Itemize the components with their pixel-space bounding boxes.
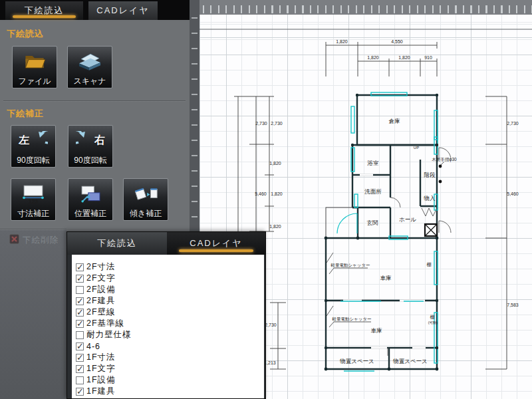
tab-label: CADレイヤ bbox=[96, 5, 149, 17]
layer-row[interactable]: 耐力壁仕様 bbox=[76, 329, 264, 340]
layer-checkbox[interactable] bbox=[76, 354, 84, 362]
tilt-correct-icon bbox=[124, 179, 168, 209]
shutter-label: 軽量電動シャッター bbox=[332, 317, 371, 321]
room-label: 物置スペース bbox=[392, 358, 428, 364]
layer-label: 2F壁線 bbox=[86, 307, 116, 318]
section-title-load: 下絵読込 bbox=[7, 28, 44, 40]
delete-x-icon bbox=[9, 234, 19, 247]
position-correct-icon bbox=[68, 179, 112, 209]
room-label: 物置スペース bbox=[339, 358, 374, 364]
dimension-correct-icon: 123 bbox=[11, 179, 55, 209]
dim-label: 2,730 bbox=[265, 323, 277, 327]
delete-sketch-label: 下絵削除 bbox=[23, 235, 59, 246]
shutter-label: 軽量電動シャッター bbox=[331, 263, 370, 267]
folder-icon bbox=[13, 47, 57, 76]
separator bbox=[0, 229, 66, 230]
popup-tab-sketch-import[interactable]: 下絵読込 bbox=[67, 232, 167, 255]
rotate-right-label: 90度回転 bbox=[74, 156, 106, 165]
layer-row[interactable] bbox=[76, 397, 264, 398]
layer-row[interactable]: 1F設備 bbox=[76, 374, 264, 386]
cad-layer-popup: 下絵読込 CADレイヤ 2F寸法2F文字2F設備2F建具2F壁線2F基準線耐力壁… bbox=[66, 231, 266, 399]
tab-sketch-import[interactable]: 下絵読込 bbox=[5, 1, 83, 20]
tab-label: CADレイヤ bbox=[190, 237, 242, 249]
dim-label: 1,820 bbox=[336, 39, 348, 44]
room-label: ホール bbox=[399, 216, 416, 223]
layer-row[interactable]: 2F建具 bbox=[76, 295, 264, 307]
handrail-label: 木製手摺φ30 bbox=[432, 157, 457, 162]
tab-label: 下絵読込 bbox=[97, 237, 137, 249]
active-tab-underline bbox=[179, 249, 253, 252]
layer-row[interactable]: 2F寸法 bbox=[76, 261, 264, 273]
porch-outline bbox=[326, 207, 358, 238]
dim-label: 910 bbox=[424, 55, 432, 60]
delete-sketch-button[interactable]: 下絵削除 bbox=[9, 234, 59, 247]
icon-123-text: 123 bbox=[29, 198, 39, 203]
layer-row[interactable]: 2F壁線 bbox=[76, 307, 264, 318]
position-correct-label: 位置補正 bbox=[74, 209, 106, 218]
file-button-label: ファイル bbox=[18, 76, 51, 86]
layer-label: 1F設備 bbox=[86, 374, 116, 386]
room-label: 倉庫 bbox=[389, 118, 401, 124]
shelf-label: 棚 bbox=[427, 262, 432, 267]
room-label: 物入 bbox=[424, 195, 436, 201]
dimension-correct-button[interactable]: 123 寸法補正 bbox=[11, 178, 56, 221]
dim-label: 5,460 bbox=[255, 192, 267, 196]
layer-label: 2F設備 bbox=[86, 284, 116, 295]
layer-checkbox[interactable] bbox=[76, 320, 84, 328]
position-correct-button[interactable]: 位置補正 bbox=[68, 178, 113, 221]
app-window: 1,820 4,550 1,820 1,820 910 2,730 2,730 … bbox=[0, 0, 532, 399]
room-label: 玄関 bbox=[367, 219, 378, 226]
scanner-button[interactable]: スキャナ bbox=[67, 46, 112, 88]
room-label: 階段 bbox=[424, 172, 436, 178]
layer-label: 4-6 bbox=[86, 342, 100, 351]
rotate-right-char: 右 bbox=[94, 134, 105, 148]
layer-row[interactable]: 2F基準線 bbox=[76, 318, 264, 329]
tilt-correct-button[interactable]: 傾き補正 bbox=[123, 178, 168, 221]
dimension-correct-label: 寸法補正 bbox=[17, 209, 49, 218]
up-label: UP bbox=[414, 146, 419, 150]
room-label: 浴室 bbox=[367, 160, 380, 166]
horizontal-ruler bbox=[190, 0, 532, 15]
popup-tab-cad-layer[interactable]: CADレイヤ bbox=[167, 232, 265, 255]
room-label: 洗面所 bbox=[364, 188, 382, 195]
tab-cad-layer[interactable]: CADレイヤ bbox=[88, 1, 158, 20]
layer-label: 1F文字 bbox=[86, 363, 116, 374]
layer-checkbox[interactable] bbox=[76, 331, 84, 339]
layer-checkbox[interactable] bbox=[76, 309, 84, 317]
layer-label: 1F建具 bbox=[86, 386, 116, 397]
dim-label: 1,820 bbox=[271, 192, 283, 196]
active-tab-underline bbox=[13, 15, 76, 18]
dim-label: 1,820 bbox=[367, 55, 379, 60]
layer-checkbox[interactable] bbox=[76, 342, 84, 350]
layer-checkbox[interactable] bbox=[76, 376, 84, 384]
scanner-icon bbox=[68, 47, 112, 76]
layer-checkbox[interactable] bbox=[76, 275, 84, 283]
dim-label: 5,460 bbox=[507, 192, 519, 196]
leader-lines bbox=[327, 162, 444, 327]
layer-row[interactable]: 4-6 bbox=[76, 340, 264, 352]
layer-row[interactable]: 1F寸法 bbox=[76, 352, 264, 363]
layer-row[interactable]: 2F文字 bbox=[76, 273, 264, 284]
rotate-left-icon bbox=[31, 131, 48, 151]
rotate-left-button[interactable]: 左 90度回転 bbox=[11, 125, 56, 168]
layer-checkbox[interactable] bbox=[76, 297, 84, 305]
door-arcs bbox=[388, 148, 451, 356]
file-button[interactable]: ファイル bbox=[12, 46, 57, 88]
main-tab-bar: 下絵読込 CADレイヤ bbox=[0, 0, 190, 20]
scanner-button-label: スキャナ bbox=[73, 76, 106, 86]
layer-checkbox-list: 2F寸法2F文字2F設備2F建具2F壁線2F基準線耐力壁仕様4-61F寸法1F文… bbox=[72, 255, 264, 398]
dim-label: 7,583 bbox=[507, 303, 519, 307]
layer-checkbox[interactable] bbox=[76, 286, 84, 294]
layer-checkbox[interactable] bbox=[76, 388, 84, 396]
separator bbox=[3, 100, 186, 102]
layer-checkbox[interactable] bbox=[76, 263, 84, 271]
rotate-right-button[interactable]: 右 90度回転 bbox=[68, 125, 113, 168]
layer-row[interactable]: 1F文字 bbox=[76, 363, 264, 374]
layer-row[interactable]: 1F建具 bbox=[76, 386, 264, 397]
column-symbol bbox=[425, 224, 437, 236]
layer-row[interactable]: 2F設備 bbox=[76, 284, 264, 295]
layer-checkbox[interactable] bbox=[76, 365, 84, 373]
rotate-right-icon bbox=[76, 131, 93, 151]
dim-label: 2,730 bbox=[255, 121, 267, 126]
dim-label: 1,820 bbox=[398, 55, 410, 60]
